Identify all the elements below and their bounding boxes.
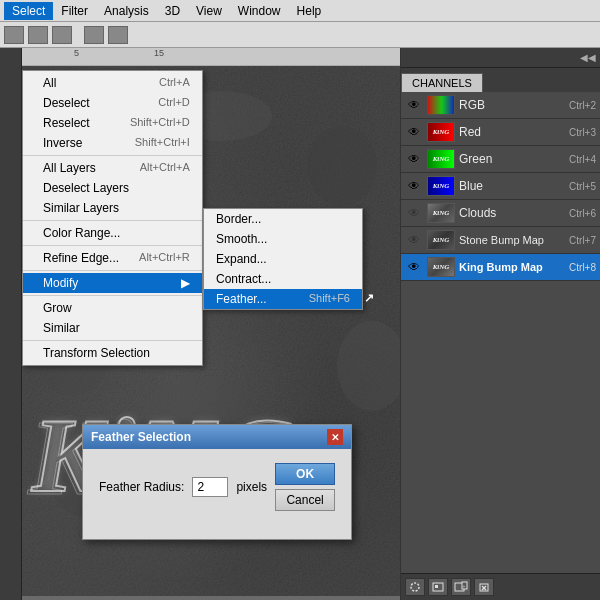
thumb-clouds: KiNG: [427, 203, 455, 223]
toolbar-icon-2[interactable]: [28, 26, 48, 44]
menu-transform-selection[interactable]: Transform Selection: [23, 343, 202, 363]
thumb-stone: KiNG: [427, 230, 455, 250]
menu-reselect[interactable]: Reselect Shift+Ctrl+D: [23, 113, 202, 133]
channel-blue-shortcut: Ctrl+5: [569, 181, 596, 192]
select-menu-group-1: All Ctrl+A Deselect Ctrl+D Reselect Shif…: [23, 71, 202, 156]
submenu-contract[interactable]: Contract...: [204, 269, 362, 289]
dialog-feather-label: Feather Radius:: [99, 480, 184, 494]
channel-rgb-shortcut: Ctrl+2: [569, 100, 596, 111]
menu-filter[interactable]: Filter: [53, 2, 96, 20]
menu-deselect[interactable]: Deselect Ctrl+D: [23, 93, 202, 113]
eye-blue[interactable]: 👁: [405, 178, 423, 194]
right-panel: ◀◀ CHANNELS 👁 RGB Ctrl+2 👁 Ki: [400, 48, 600, 600]
menu-similar[interactable]: Similar: [23, 318, 202, 338]
dialog-ok-button[interactable]: OK: [275, 463, 335, 485]
channel-blue-name: Blue: [459, 179, 569, 193]
svg-point-3: [307, 126, 377, 206]
channel-kingbump-name: King Bump Map: [459, 261, 569, 273]
thumb-red: KiNG: [427, 122, 455, 142]
eye-green[interactable]: 👁: [405, 151, 423, 167]
channel-rgb-name: RGB: [459, 98, 569, 112]
eye-stone[interactable]: 👁: [405, 232, 423, 248]
select-menu-panel: All Ctrl+A Deselect Ctrl+D Reselect Shif…: [22, 70, 203, 366]
channel-stone-shortcut: Ctrl+7: [569, 235, 596, 246]
menu-select[interactable]: Select: [4, 2, 53, 20]
eye-rgb[interactable]: 👁: [405, 97, 423, 113]
menu-all-layers[interactable]: All Layers Alt+Ctrl+A: [23, 158, 202, 178]
channels-list: 👁 RGB Ctrl+2 👁 KiNG Red Ctrl+3 👁: [401, 92, 600, 281]
select-menu-group-4: Refine Edge... Alt+Ctrl+R: [23, 246, 202, 271]
feather-dialog-box: Feather Selection ✕ Feather Radius: pixe…: [82, 424, 352, 540]
menu-view[interactable]: View: [188, 2, 230, 20]
menu-bar: Select Filter Analysis 3D View Window He…: [0, 0, 600, 22]
toolbar-icon-3[interactable]: [52, 26, 72, 44]
panel-tabs: CHANNELS: [401, 68, 600, 92]
toolbar-icon-4[interactable]: [84, 26, 104, 44]
menu-all[interactable]: All Ctrl+A: [23, 73, 202, 93]
channel-rgb[interactable]: 👁 RGB Ctrl+2: [401, 92, 600, 119]
menu-color-range[interactable]: Color Range...: [23, 223, 202, 243]
eye-kingbump[interactable]: 👁: [405, 259, 423, 275]
dialog-title: Feather Selection: [91, 430, 191, 444]
ruler-mark-1: [26, 48, 74, 58]
left-tools: [0, 48, 22, 600]
tab-channels[interactable]: CHANNELS: [401, 73, 483, 92]
dialog-close-button[interactable]: ✕: [327, 429, 343, 445]
toolbar-icon-5[interactable]: [108, 26, 128, 44]
channel-clouds-name: Clouds: [459, 206, 569, 220]
menu-grow[interactable]: Grow: [23, 298, 202, 318]
new-channel-btn[interactable]: +: [451, 578, 471, 596]
channel-green[interactable]: 👁 KiNG Green Ctrl+4: [401, 146, 600, 173]
feather-dialog: Feather Selection ✕ Feather Radius: pixe…: [82, 424, 352, 540]
submenu-smooth[interactable]: Smooth...: [204, 229, 362, 249]
panel-footer: +: [401, 573, 600, 600]
channel-stone[interactable]: 👁 KiNG Stone Bump Map Ctrl+7: [401, 227, 600, 254]
load-channel-btn[interactable]: [405, 578, 425, 596]
menu-help[interactable]: Help: [289, 2, 330, 20]
toolbar: [0, 22, 600, 48]
menu-deselect-layers[interactable]: Deselect Layers: [23, 178, 202, 198]
channel-kingbump[interactable]: 👁 KiNG King Bump Map Ctrl+8: [401, 254, 600, 281]
eye-clouds[interactable]: 👁: [405, 205, 423, 221]
select-menu-group-2: All Layers Alt+Ctrl+A Deselect Layers Si…: [23, 156, 202, 221]
dialog-cancel-button[interactable]: Cancel: [275, 489, 335, 511]
thumb-blue: KiNG: [427, 176, 455, 196]
thumb-green: KiNG: [427, 149, 455, 169]
thumb-rgb: [427, 95, 455, 115]
dialog-titlebar: Feather Selection ✕: [83, 425, 351, 449]
panel-collapse-icon[interactable]: ◀◀: [580, 52, 596, 63]
channel-red[interactable]: 👁 KiNG Red Ctrl+3: [401, 119, 600, 146]
channel-red-name: Red: [459, 125, 569, 139]
channel-clouds[interactable]: 👁 KiNG Clouds Ctrl+6: [401, 200, 600, 227]
menu-similar-layers[interactable]: Similar Layers: [23, 198, 202, 218]
select-menu-group-6: Grow Similar: [23, 296, 202, 341]
channel-green-shortcut: Ctrl+4: [569, 154, 596, 165]
ruler: 5 15: [22, 48, 400, 66]
save-selection-btn[interactable]: [428, 578, 448, 596]
submenu-feather[interactable]: Feather... Shift+F6 ↗: [204, 289, 362, 309]
channel-blue[interactable]: 👁 KiNG Blue Ctrl+5: [401, 173, 600, 200]
svg-point-12: [411, 583, 419, 591]
select-menu-group-3: Color Range...: [23, 221, 202, 246]
menu-inverse[interactable]: Inverse Shift+Ctrl+I: [23, 133, 202, 153]
eye-red[interactable]: 👁: [405, 124, 423, 140]
canvas-area: 5 15: [22, 48, 400, 600]
select-menu-group-7: Transform Selection: [23, 341, 202, 365]
delete-channel-btn[interactable]: [474, 578, 494, 596]
dialog-buttons: OK Cancel: [275, 463, 335, 511]
modify-submenu: Border... Smooth... Expand... Contract..…: [203, 208, 363, 310]
dialog-content: Feather Radius: pixels OK Cancel: [83, 449, 351, 539]
channel-clouds-shortcut: Ctrl+6: [569, 208, 596, 219]
menu-analysis[interactable]: Analysis: [96, 2, 157, 20]
svg-rect-11: [428, 95, 454, 115]
menu-modify[interactable]: Modify ▶: [23, 273, 202, 293]
toolbar-icon-1[interactable]: [4, 26, 24, 44]
menu-refine-edge[interactable]: Refine Edge... Alt+Ctrl+R: [23, 248, 202, 268]
submenu-expand[interactable]: Expand...: [204, 249, 362, 269]
main-area: 5 15: [0, 48, 600, 600]
menu-3d[interactable]: 3D: [157, 2, 188, 20]
menu-window[interactable]: Window: [230, 2, 289, 20]
feather-radius-input[interactable]: [192, 477, 228, 497]
svg-rect-14: [435, 585, 438, 588]
submenu-border[interactable]: Border...: [204, 209, 362, 229]
